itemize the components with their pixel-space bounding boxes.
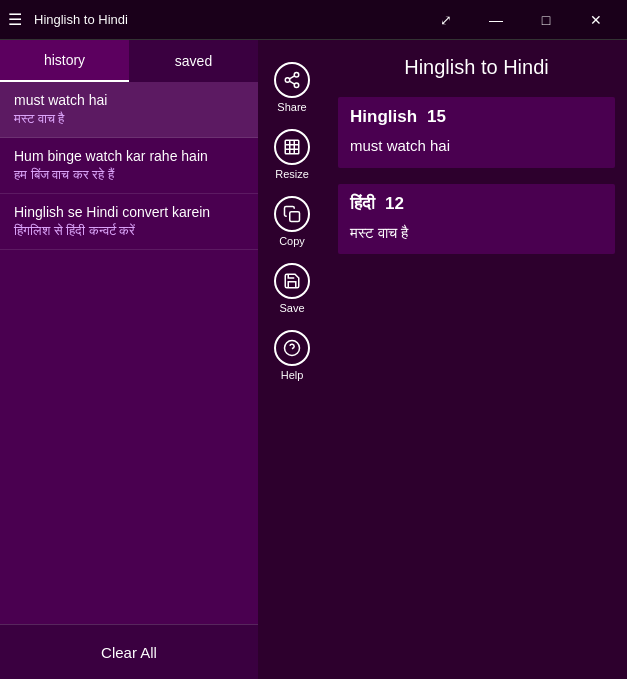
- help-button[interactable]: Help: [263, 324, 321, 387]
- share-button[interactable]: Share: [263, 56, 321, 119]
- minimize-button[interactable]: —: [473, 4, 519, 36]
- svg-rect-5: [285, 140, 299, 154]
- hindi-box-header: हिंदी 12: [350, 194, 603, 214]
- copy-label: Copy: [279, 235, 305, 247]
- tab-history[interactable]: history: [0, 40, 129, 82]
- maximize-button[interactable]: □: [523, 4, 569, 36]
- tabs: history saved: [0, 40, 258, 82]
- save-icon: [274, 263, 310, 299]
- copy-button[interactable]: Copy: [263, 190, 321, 253]
- resize-label: Resize: [275, 168, 309, 180]
- save-label: Save: [279, 302, 304, 314]
- history-hindi: हम बिंज वाच कर रहे हैं: [14, 167, 244, 183]
- middle-toolbar: Share Resize Copy: [258, 40, 326, 679]
- window-controls: ⤢ — □ ✕: [423, 4, 619, 36]
- tab-saved[interactable]: saved: [129, 40, 258, 82]
- svg-line-4: [289, 76, 294, 79]
- hindi-char-count: 12: [385, 194, 404, 214]
- list-item[interactable]: must watch hai मस्ट वाच है: [0, 82, 258, 138]
- title-bar: ☰ Hinglish to Hindi ⤢ — □ ✕: [0, 0, 627, 40]
- hinglish-char-count: 15: [427, 107, 446, 127]
- resize-icon-btn[interactable]: ⤢: [423, 4, 469, 36]
- share-label: Share: [277, 101, 306, 113]
- history-list: must watch hai मस्ट वाच है Hum binge wat…: [0, 82, 258, 624]
- svg-rect-6: [290, 212, 300, 222]
- svg-point-2: [294, 83, 299, 88]
- svg-point-1: [285, 78, 290, 83]
- hinglish-box-header: Hinglish 15: [350, 107, 603, 127]
- history-hinglish: Hinglish se Hindi convert karein: [14, 204, 244, 220]
- hinglish-lang-label: Hinglish: [350, 107, 417, 127]
- hindi-box: हिंदी 12 मस्ट वाच है: [338, 184, 615, 255]
- hindi-text: मस्ट वाच है: [350, 222, 603, 245]
- copy-icon: [274, 196, 310, 232]
- hindi-lang-label: हिंदी: [350, 194, 375, 214]
- history-hinglish: Hum binge watch kar rahe hain: [14, 148, 244, 164]
- main-container: history saved must watch hai मस्ट वाच है…: [0, 40, 627, 679]
- list-item[interactable]: Hinglish se Hindi convert karein हिंगलिश…: [0, 194, 258, 250]
- share-icon: [274, 62, 310, 98]
- close-button[interactable]: ✕: [573, 4, 619, 36]
- history-hindi: हिंगलिश से हिंदी कन्वर्ट करें: [14, 223, 244, 239]
- clear-all-button[interactable]: Clear All: [0, 624, 258, 679]
- hinglish-box: Hinglish 15 must watch hai: [338, 97, 615, 168]
- save-button[interactable]: Save: [263, 257, 321, 320]
- history-hindi: मस्ट वाच है: [14, 111, 244, 127]
- help-icon: [274, 330, 310, 366]
- resize-icon: [274, 129, 310, 165]
- help-label: Help: [281, 369, 304, 381]
- history-hinglish: must watch hai: [14, 92, 244, 108]
- right-panel-title: Hinglish to Hindi: [326, 40, 627, 89]
- menu-icon[interactable]: ☰: [8, 10, 22, 29]
- hinglish-text[interactable]: must watch hai: [350, 135, 603, 158]
- svg-point-0: [294, 73, 299, 78]
- right-panel: Hinglish to Hindi Hinglish 15 must watch…: [326, 40, 627, 679]
- window-title: Hinglish to Hindi: [34, 12, 423, 27]
- resize-button[interactable]: Resize: [263, 123, 321, 186]
- svg-line-3: [289, 81, 294, 84]
- list-item[interactable]: Hum binge watch kar rahe hain हम बिंज वा…: [0, 138, 258, 194]
- left-panel: history saved must watch hai मस्ट वाच है…: [0, 40, 258, 679]
